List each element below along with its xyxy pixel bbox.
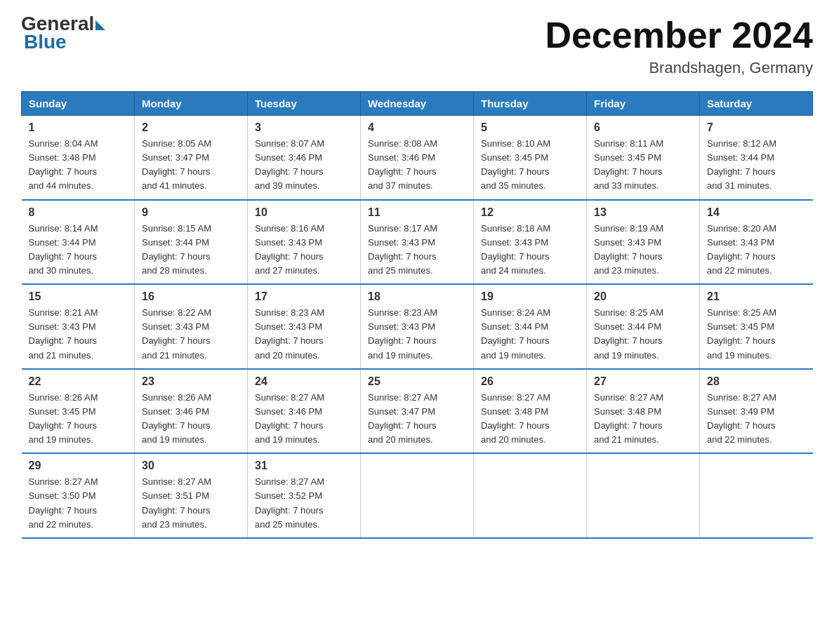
table-row: 24Sunrise: 8:27 AM Sunset: 3:46 PM Dayli…	[248, 369, 361, 454]
day-number: 3	[255, 121, 353, 134]
day-info: Sunrise: 8:27 AM Sunset: 3:52 PM Dayligh…	[255, 475, 353, 532]
table-row: 28Sunrise: 8:27 AM Sunset: 3:49 PM Dayli…	[700, 369, 813, 454]
day-number: 20	[594, 290, 692, 303]
day-info: Sunrise: 8:07 AM Sunset: 3:46 PM Dayligh…	[255, 137, 353, 194]
day-info: Sunrise: 8:05 AM Sunset: 3:47 PM Dayligh…	[142, 137, 240, 194]
day-info: Sunrise: 8:27 AM Sunset: 3:50 PM Dayligh…	[29, 475, 128, 532]
day-number: 17	[255, 290, 353, 303]
day-info: Sunrise: 8:27 AM Sunset: 3:48 PM Dayligh…	[481, 391, 579, 448]
day-info: Sunrise: 8:26 AM Sunset: 3:45 PM Dayligh…	[29, 391, 128, 448]
calendar-week-row: 1Sunrise: 8:04 AM Sunset: 3:48 PM Daylig…	[22, 116, 813, 200]
table-row: 3Sunrise: 8:07 AM Sunset: 3:46 PM Daylig…	[248, 116, 361, 200]
table-row: 26Sunrise: 8:27 AM Sunset: 3:48 PM Dayli…	[474, 369, 587, 454]
day-number: 5	[481, 121, 579, 134]
day-number: 2	[142, 121, 240, 134]
day-number: 26	[481, 375, 579, 388]
header-monday: Monday	[135, 92, 248, 116]
day-number: 16	[142, 290, 240, 303]
table-row	[361, 453, 474, 538]
day-number: 15	[29, 290, 128, 303]
table-row: 11Sunrise: 8:17 AM Sunset: 3:43 PM Dayli…	[361, 200, 474, 285]
header-sunday: Sunday	[22, 92, 135, 116]
table-row: 16Sunrise: 8:22 AM Sunset: 3:43 PM Dayli…	[135, 284, 248, 369]
page-header: General Blue December 2024 Brandshagen, …	[21, 14, 813, 77]
day-number: 12	[481, 206, 579, 219]
table-row: 30Sunrise: 8:27 AM Sunset: 3:51 PM Dayli…	[135, 453, 248, 538]
table-row: 5Sunrise: 8:10 AM Sunset: 3:45 PM Daylig…	[474, 116, 587, 200]
day-info: Sunrise: 8:08 AM Sunset: 3:46 PM Dayligh…	[368, 137, 466, 194]
table-row: 29Sunrise: 8:27 AM Sunset: 3:50 PM Dayli…	[22, 453, 135, 538]
table-row: 31Sunrise: 8:27 AM Sunset: 3:52 PM Dayli…	[248, 453, 361, 538]
day-info: Sunrise: 8:25 AM Sunset: 3:44 PM Dayligh…	[594, 306, 692, 363]
table-row: 17Sunrise: 8:23 AM Sunset: 3:43 PM Dayli…	[248, 284, 361, 369]
table-row: 25Sunrise: 8:27 AM Sunset: 3:47 PM Dayli…	[361, 369, 474, 454]
day-number: 1	[29, 121, 128, 134]
table-row: 14Sunrise: 8:20 AM Sunset: 3:43 PM Dayli…	[700, 200, 813, 285]
day-info: Sunrise: 8:24 AM Sunset: 3:44 PM Dayligh…	[481, 306, 579, 363]
day-info: Sunrise: 8:25 AM Sunset: 3:45 PM Dayligh…	[707, 306, 806, 363]
day-info: Sunrise: 8:26 AM Sunset: 3:46 PM Dayligh…	[142, 391, 240, 448]
day-info: Sunrise: 8:14 AM Sunset: 3:44 PM Dayligh…	[29, 222, 128, 279]
day-info: Sunrise: 8:27 AM Sunset: 3:48 PM Dayligh…	[594, 391, 692, 448]
day-info: Sunrise: 8:22 AM Sunset: 3:43 PM Dayligh…	[142, 306, 240, 363]
day-info: Sunrise: 8:16 AM Sunset: 3:43 PM Dayligh…	[255, 222, 353, 279]
day-number: 27	[594, 375, 692, 388]
header-saturday: Saturday	[700, 92, 813, 116]
header-wednesday: Wednesday	[361, 92, 474, 116]
day-info: Sunrise: 8:27 AM Sunset: 3:51 PM Dayligh…	[142, 475, 240, 532]
day-number: 8	[29, 206, 128, 219]
day-info: Sunrise: 8:27 AM Sunset: 3:49 PM Dayligh…	[707, 391, 806, 448]
table-row: 27Sunrise: 8:27 AM Sunset: 3:48 PM Dayli…	[587, 369, 700, 454]
day-number: 22	[29, 375, 128, 388]
calendar-week-row: 22Sunrise: 8:26 AM Sunset: 3:45 PM Dayli…	[22, 369, 813, 454]
table-row: 1Sunrise: 8:04 AM Sunset: 3:48 PM Daylig…	[22, 116, 135, 200]
day-info: Sunrise: 8:27 AM Sunset: 3:47 PM Dayligh…	[368, 391, 466, 448]
table-row: 21Sunrise: 8:25 AM Sunset: 3:45 PM Dayli…	[700, 284, 813, 369]
table-row: 13Sunrise: 8:19 AM Sunset: 3:43 PM Dayli…	[587, 200, 700, 285]
day-info: Sunrise: 8:17 AM Sunset: 3:43 PM Dayligh…	[368, 222, 466, 279]
day-number: 29	[29, 459, 128, 472]
day-info: Sunrise: 8:04 AM Sunset: 3:48 PM Dayligh…	[29, 137, 128, 194]
day-number: 13	[594, 206, 692, 219]
day-number: 25	[368, 375, 466, 388]
day-number: 30	[142, 459, 240, 472]
day-number: 9	[142, 206, 240, 219]
table-row: 12Sunrise: 8:18 AM Sunset: 3:43 PM Dayli…	[474, 200, 587, 285]
day-number: 14	[707, 206, 806, 219]
header-friday: Friday	[587, 92, 700, 116]
logo: General Blue	[21, 14, 105, 52]
title-block: December 2024 Brandshagen, Germany	[545, 14, 813, 77]
logo-arrow-icon	[95, 20, 105, 30]
header-thursday: Thursday	[474, 92, 587, 116]
calendar-table: Sunday Monday Tuesday Wednesday Thursday…	[21, 91, 813, 539]
table-row: 22Sunrise: 8:26 AM Sunset: 3:45 PM Dayli…	[22, 369, 135, 454]
header-tuesday: Tuesday	[248, 92, 361, 116]
table-row: 9Sunrise: 8:15 AM Sunset: 3:44 PM Daylig…	[135, 200, 248, 285]
calendar-header-row: Sunday Monday Tuesday Wednesday Thursday…	[22, 92, 813, 116]
table-row: 15Sunrise: 8:21 AM Sunset: 3:43 PM Dayli…	[22, 284, 135, 369]
table-row: 18Sunrise: 8:23 AM Sunset: 3:43 PM Dayli…	[361, 284, 474, 369]
day-number: 19	[481, 290, 579, 303]
day-info: Sunrise: 8:23 AM Sunset: 3:43 PM Dayligh…	[255, 306, 353, 363]
table-row: 7Sunrise: 8:12 AM Sunset: 3:44 PM Daylig…	[700, 116, 813, 200]
table-row	[474, 453, 587, 538]
day-info: Sunrise: 8:11 AM Sunset: 3:45 PM Dayligh…	[594, 137, 692, 194]
day-info: Sunrise: 8:21 AM Sunset: 3:43 PM Dayligh…	[29, 306, 128, 363]
day-number: 10	[255, 206, 353, 219]
table-row	[587, 453, 700, 538]
day-number: 28	[707, 375, 806, 388]
calendar-week-row: 8Sunrise: 8:14 AM Sunset: 3:44 PM Daylig…	[22, 200, 813, 285]
day-info: Sunrise: 8:12 AM Sunset: 3:44 PM Dayligh…	[707, 137, 806, 194]
table-row: 4Sunrise: 8:08 AM Sunset: 3:46 PM Daylig…	[361, 116, 474, 200]
calendar-week-row: 29Sunrise: 8:27 AM Sunset: 3:50 PM Dayli…	[22, 453, 813, 538]
day-number: 21	[707, 290, 806, 303]
day-number: 7	[707, 121, 806, 134]
day-number: 31	[255, 459, 353, 472]
table-row: 23Sunrise: 8:26 AM Sunset: 3:46 PM Dayli…	[135, 369, 248, 454]
day-number: 4	[368, 121, 466, 134]
table-row: 20Sunrise: 8:25 AM Sunset: 3:44 PM Dayli…	[587, 284, 700, 369]
day-info: Sunrise: 8:27 AM Sunset: 3:46 PM Dayligh…	[255, 391, 353, 448]
table-row: 6Sunrise: 8:11 AM Sunset: 3:45 PM Daylig…	[587, 116, 700, 200]
day-number: 18	[368, 290, 466, 303]
day-info: Sunrise: 8:19 AM Sunset: 3:43 PM Dayligh…	[594, 222, 692, 279]
